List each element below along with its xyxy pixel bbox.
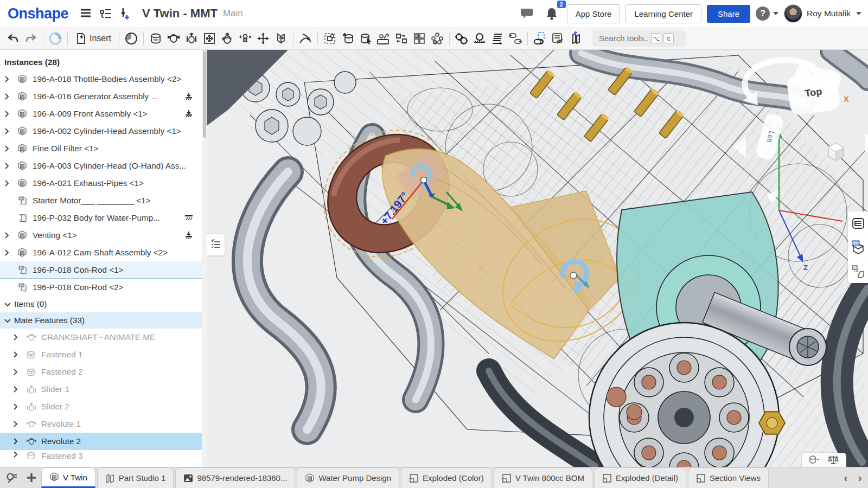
app-store-button[interactable]: App Store: [567, 4, 621, 23]
ball-mate-icon[interactable]: [254, 30, 272, 47]
linear-pattern-icon[interactable]: [411, 30, 428, 47]
tab-water-pump-design[interactable]: Water Pump Design: [297, 467, 399, 488]
items-header[interactable]: Items (0): [0, 296, 202, 312]
planar-mate-icon[interactable]: [201, 30, 218, 47]
learning-center-button[interactable]: Learning Center: [626, 4, 701, 23]
undo-icon[interactable]: [4, 30, 22, 47]
list-toggle-icon[interactable]: [207, 233, 225, 256]
parallel-mate-icon[interactable]: [272, 30, 290, 47]
redo-icon[interactable]: [22, 30, 40, 47]
exploded-views-icon[interactable]: [531, 30, 548, 47]
group-icon[interactable]: [321, 30, 339, 47]
assembly-toolbar: Insert ⌥ c: [0, 27, 868, 50]
instance-row[interactable]: Starter Motor___ ________ <1>: [0, 192, 202, 209]
gear-relation-icon[interactable]: [453, 30, 470, 47]
instance-row[interactable]: 196-A-016 Generator Assembly ...: [0, 88, 202, 105]
insert-button[interactable]: Insert: [71, 30, 116, 47]
engine-render[interactable]: +7.197°: [207, 50, 868, 467]
instance-row[interactable]: 196-A-018 Thottle-Bodies Assembly <2>: [0, 70, 202, 88]
instance-row[interactable]: 196-P-018 Con-Rod <2>: [0, 279, 202, 296]
scroll-right-icon[interactable]: ›: [854, 472, 866, 484]
tab-exploded-detail[interactable]: Exploded (Detail): [594, 467, 686, 488]
linked-part-icon: [17, 265, 28, 275]
revolute-mate-icon[interactable]: [165, 30, 182, 47]
cylindrical-mate-icon[interactable]: [219, 30, 236, 47]
mate-connector-icon[interactable]: [339, 30, 356, 47]
mate-row[interactable]: Revolute 1: [0, 415, 202, 433]
instance-row[interactable]: Fine Oil Filter <1>: [0, 140, 202, 157]
in-context-panel-icon[interactable]: [848, 259, 868, 283]
mate-row[interactable]: Slider 2: [0, 398, 202, 415]
rack-pinion-relation-icon[interactable]: [471, 30, 488, 47]
help-icon[interactable]: ?: [756, 7, 770, 21]
search-tools[interactable]: ⌥ c: [592, 30, 686, 47]
instance-row[interactable]: 196-A-021 Exhaust-Pipes <1>: [0, 175, 202, 192]
tab-part-studio-1[interactable]: Part Studio 1: [97, 467, 174, 488]
instance-row-selected[interactable]: 196-P-018 Con-Rod <1>: [0, 261, 202, 279]
rotate-right-arrow[interactable]: [865, 132, 868, 153]
named-positions-icon[interactable]: [123, 30, 140, 47]
slider-mate-icon[interactable]: [183, 30, 200, 47]
instances-header[interactable]: Instances (28): [0, 54, 202, 70]
instance-row[interactable]: 196-A-003 Cylinder-Head (O-Hand) Ass...: [0, 157, 202, 175]
circular-pattern-icon[interactable]: [429, 30, 446, 47]
tab-rendered-image[interactable]: 98579-rendered-18360...: [175, 467, 295, 488]
grounded-icon: [184, 231, 193, 240]
scrollbar-thumb[interactable]: [203, 51, 206, 138]
tab-v-twin-800cc-bom[interactable]: V Twin 800cc BOM: [494, 467, 592, 488]
user-menu[interactable]: Roy Mutalik: [784, 4, 861, 23]
replicate-icon[interactable]: [375, 30, 392, 47]
mate-row[interactable]: Slider 1: [0, 381, 202, 398]
tab-section-views[interactable]: Section Views: [688, 467, 769, 488]
offset-relation-icon[interactable]: [507, 30, 524, 47]
mate-row[interactable]: Fastened 1: [0, 346, 202, 363]
branch-create-icon[interactable]: [115, 4, 135, 23]
scroll-left-icon[interactable]: ‹: [840, 472, 852, 484]
caret-down-icon: [856, 12, 861, 15]
viewport-3d[interactable]: +7.197°: [207, 50, 868, 467]
notifications-bell-icon[interactable]: 2: [542, 4, 561, 23]
interference-icon[interactable]: [567, 30, 584, 47]
instance-row[interactable]: 196-A-009 Front Assembly <1>: [0, 105, 202, 123]
add-tab-icon[interactable]: [22, 467, 41, 488]
mate-row[interactable]: Fastened 2: [0, 363, 202, 381]
display-states-icon[interactable]: [549, 30, 566, 47]
hamburger-icon[interactable]: [76, 4, 95, 23]
assembly-icon: [17, 126, 28, 136]
mate-row[interactable]: Fastened 3: [0, 450, 202, 459]
workspace-name[interactable]: Main: [223, 8, 243, 19]
instance-row[interactable]: 196-A-012 Cam-Shaft Assembly <2>: [0, 244, 202, 261]
sync-update-icon[interactable]: [47, 30, 64, 47]
instance-row[interactable]: Venting <1>: [0, 227, 202, 244]
instance-row[interactable]: 196-P-032 Body for Water-Pump...: [0, 209, 202, 227]
pin-slot-mate-icon[interactable]: [237, 30, 254, 47]
share-button[interactable]: Share: [707, 5, 750, 23]
tangent-mate-icon[interactable]: [297, 30, 314, 47]
mate-row[interactable]: CRANKSHAFT - ANIMATE ME: [0, 329, 202, 346]
section-tool-icon[interactable]: [809, 455, 820, 465]
onshape-logo[interactable]: Onshape: [8, 5, 68, 22]
measure-scales-icon[interactable]: [827, 455, 839, 465]
avatar[interactable]: [784, 4, 802, 23]
screw-relation-icon[interactable]: [489, 30, 506, 47]
help-menu[interactable]: ?: [756, 7, 778, 21]
tab-search-icon[interactable]: [2, 467, 22, 488]
mate-features-header[interactable]: Mate Features (33): [0, 312, 202, 329]
implicit-mate-connector-icon[interactable]: [357, 30, 374, 47]
tab-v-twin[interactable]: V Twin: [41, 467, 95, 488]
comments-icon[interactable]: [517, 4, 537, 23]
fixed-icon: [184, 214, 193, 222]
feature-list-panel-icon[interactable]: [848, 211, 868, 235]
bom-panel-icon[interactable]: [848, 235, 868, 259]
version-tree-icon[interactable]: [95, 4, 115, 23]
instance-row[interactable]: 196-A-002 Cylinder-Head Assembly <1>: [0, 123, 202, 140]
sidebar-scrollbar[interactable]: [202, 50, 207, 467]
tab-exploded-color[interactable]: Exploded (Color): [401, 467, 492, 488]
mate-row-selected[interactable]: Revolute 2: [0, 433, 202, 450]
viewcube-top-face[interactable]: Top: [786, 70, 841, 116]
axis-z-label: Z: [803, 264, 808, 272]
search-tools-input[interactable]: [599, 34, 649, 43]
c-keycap: c: [663, 33, 674, 43]
fastened-mate-icon[interactable]: [147, 30, 164, 47]
transfer-icon[interactable]: [393, 30, 410, 47]
